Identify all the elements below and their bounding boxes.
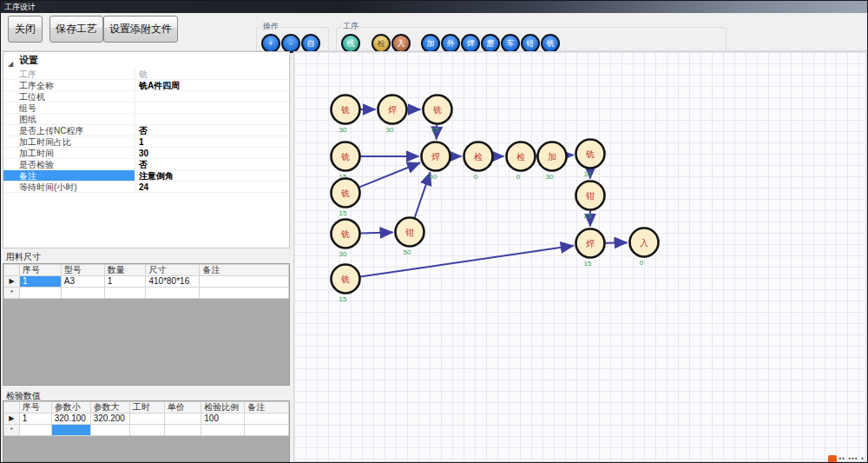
table-cell[interactable]: 410*80*16 [146,276,200,288]
process-node-铣[interactable]: 铣15 [332,179,360,217]
column-header[interactable]: 检验比例 [201,402,245,413]
table-cell[interactable]: 320.200 [90,413,129,425]
column-header[interactable]: 备注 [200,265,289,276]
column-header[interactable]: 型号 [61,265,104,276]
process-machining-button[interactable]: 加 [421,34,440,53]
add-node-button[interactable]: + [261,34,280,53]
flow-canvas[interactable]: 铣30焊30铣15铣15焊60检0检0加30铣15铣15钳25铣30钳50焊15… [293,51,866,462]
property-value[interactable] [135,114,289,124]
process-node-焊[interactable]: 焊15 [576,229,605,268]
column-header[interactable]: 参数小 [51,402,90,413]
table-row[interactable]: ▶1320.100320.200100 [4,413,289,425]
process-node-加[interactable]: 加30 [538,142,567,181]
column-header[interactable]: 参数大 [90,402,129,413]
table-row[interactable]: ▶1A31410*80*16 [4,276,289,288]
property-value[interactable] [135,91,289,102]
process-node-焊[interactable]: 焊60 [422,142,450,181]
inspection-table[interactable]: 序号参数小参数大工时单价检验比例备注▶1320.100320.200100* [3,400,290,462]
table-cell[interactable] [61,288,104,299]
column-header[interactable]: 尺寸 [146,265,200,276]
column-header[interactable]: 工时 [129,402,164,413]
property-row[interactable]: 工序全称铣A件四周 [3,80,289,91]
process-fitter-button[interactable]: 钳 [521,34,540,53]
row-selector[interactable]: * [4,288,20,299]
property-row[interactable]: 备注注意倒角 [3,170,289,182]
property-value[interactable]: 24 [135,182,289,192]
process-weld-button[interactable]: 焊 [461,34,480,53]
process-node-检[interactable]: 检0 [507,142,536,181]
column-header[interactable]: 序号 [19,265,61,276]
property-row[interactable]: 是否上传NC程序否 [3,125,289,136]
property-row[interactable]: 工位机 [3,91,289,103]
collapse-icon[interactable]: ◢ [8,56,13,72]
row-selector[interactable]: ▶ [4,276,20,288]
process-node-铣[interactable]: 铣30 [332,220,360,258]
property-value[interactable]: 注意倒角 [135,170,289,181]
process-inspect-button[interactable]: 检 [372,34,391,53]
titlebar[interactable]: 工序设计 [1,1,867,13]
table-cell[interactable]: 320.100 [51,413,90,425]
table-cell[interactable]: 1 [19,276,61,288]
property-value[interactable]: 铣A件四周 [135,80,289,90]
save-process-button[interactable]: 保存工艺 [49,16,103,43]
process-node-铣[interactable]: 铣30 [332,96,360,134]
process-node-入[interactable]: 入0 [630,228,659,267]
property-value[interactable]: 1 [135,136,289,147]
property-row[interactable]: 工序铣 [3,69,289,80]
table-cell[interactable] [90,425,129,436]
material-table[interactable]: 序号型号数量尺寸备注▶1A31410*80*16* [3,263,290,386]
property-value[interactable]: 30 [135,148,289,158]
table-cell[interactable] [129,425,164,436]
process-node-铣[interactable]: 铣15 [424,96,452,134]
property-grid[interactable]: ◢ 设置 工序铣工序全称铣A件四周工位机组号图纸是否上传NC程序否加工时间占比1… [3,51,290,248]
table-cell[interactable] [19,425,51,436]
row-selector[interactable]: ▶ [4,413,20,425]
auto-button[interactable]: 自 [301,34,320,53]
process-outsource-button[interactable]: 外 [441,34,460,53]
process-storage-button[interactable]: 入 [391,34,411,53]
table-cell[interactable]: A3 [61,276,104,288]
table-cell[interactable] [200,288,289,299]
property-row[interactable]: 图纸 [3,114,289,125]
table-cell[interactable] [129,413,164,425]
table-cell[interactable] [19,288,61,299]
table-cell[interactable] [164,425,201,436]
property-category-header[interactable]: ◢ 设置 [3,52,289,69]
table-cell[interactable] [245,413,289,425]
column-header[interactable]: 数量 [104,265,146,276]
table-cell[interactable]: 1 [104,276,146,288]
table-cell[interactable]: 100 [201,413,245,425]
table-row[interactable]: * [4,288,289,299]
table-row[interactable]: * [4,425,289,436]
column-header[interactable]: 单价 [164,402,201,413]
table-cell[interactable] [201,425,245,436]
column-header[interactable]: 序号 [19,402,51,413]
table-cell[interactable] [104,288,146,299]
row-selector[interactable]: * [4,425,20,436]
process-node-铣[interactable]: 铣15 [332,265,360,303]
property-value[interactable]: 否 [135,159,289,169]
table-cell[interactable] [245,425,289,436]
remove-node-button[interactable]: - [281,34,300,53]
process-node-钳[interactable]: 钳25 [576,182,605,220]
property-row[interactable]: 加工时间30 [3,148,289,159]
process-node-钳[interactable]: 钳50 [396,218,424,256]
set-attachment-button[interactable]: 设置添附文件 [103,16,178,43]
process-node-铣[interactable]: 铣15 [332,142,360,181]
close-button[interactable]: 关闭 [8,16,43,43]
process-mill-button[interactable]: 铣 [541,34,560,53]
property-value[interactable]: 否 [135,125,289,136]
property-row[interactable]: 加工时间占比1 [3,136,289,148]
table-cell[interactable] [200,276,289,288]
property-row[interactable]: 等待时间(小时)24 [3,182,289,193]
property-value[interactable]: 铣 [135,69,289,79]
process-line-button[interactable]: 线 [341,34,360,53]
table-cell[interactable]: 1 [19,413,51,425]
column-header[interactable]: 备注 [245,402,289,413]
process-turn-button[interactable]: 车 [501,34,520,53]
table-cell[interactable] [164,413,201,425]
process-node-检[interactable]: 检0 [464,142,493,181]
process-grind-button[interactable]: 磨 [481,34,500,53]
process-node-铣[interactable]: 铣15 [576,140,605,178]
property-row[interactable]: 组号 [3,103,289,114]
